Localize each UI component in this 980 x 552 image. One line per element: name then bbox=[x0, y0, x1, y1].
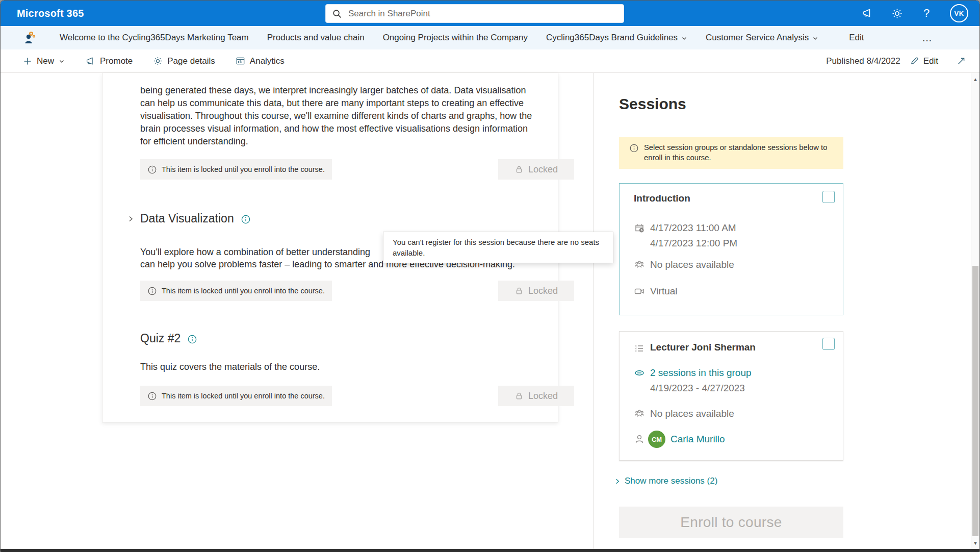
locked-note-chip: This item is locked until you enroll int… bbox=[140, 281, 332, 301]
search-icon bbox=[332, 9, 342, 19]
vertical-scrollbar[interactable]: ▲ ▼ bbox=[971, 73, 979, 549]
person-icon bbox=[634, 434, 645, 445]
chevron-down-icon bbox=[681, 35, 687, 41]
session-group-card[interactable]: Lecturer Joni Sherman 2 sessions in this… bbox=[619, 331, 843, 461]
nav-item-welcome[interactable]: Welcome to the Cycling365Days Marketing … bbox=[60, 33, 249, 43]
section-data-visualization: Data Visualization bbox=[125, 212, 251, 225]
session-checkbox[interactable] bbox=[822, 338, 835, 350]
session-places: No places available bbox=[650, 408, 734, 419]
info-icon[interactable] bbox=[241, 214, 251, 224]
app-title[interactable]: Microsoft 365 bbox=[17, 8, 84, 19]
session-group-title: Lecturer Joni Sherman bbox=[650, 342, 756, 353]
suite-bar: Microsoft 365 ? VK bbox=[1, 1, 979, 26]
info-icon bbox=[147, 391, 157, 401]
locked-row: This item is locked until you enroll int… bbox=[140, 159, 537, 180]
nav-item-brand-guidelines[interactable]: Cycling365Days Brand Guidelines bbox=[546, 33, 687, 43]
search-box[interactable] bbox=[325, 4, 624, 23]
lecturer-link[interactable]: Carla Murillo bbox=[670, 434, 725, 445]
locked-note-chip: This item is locked until you enroll int… bbox=[140, 386, 332, 406]
site-logo-icon[interactable] bbox=[22, 30, 37, 45]
nav-item-customer-service[interactable]: Customer Service Analysis bbox=[706, 33, 818, 43]
lock-icon bbox=[514, 165, 524, 174]
chevron-right-icon[interactable] bbox=[125, 215, 136, 222]
info-icon bbox=[147, 165, 157, 174]
command-bar: New Promote Page details bbox=[1, 49, 979, 73]
analytics-button[interactable]: Analytics bbox=[236, 56, 285, 66]
sessions-panel: Sessions Select session groups or standa… bbox=[593, 73, 979, 549]
page-details-button[interactable]: Page details bbox=[153, 56, 215, 66]
session-title: Introduction bbox=[634, 193, 690, 204]
locked-button[interactable]: Locked bbox=[498, 159, 574, 180]
bar-chart-icon bbox=[236, 56, 245, 66]
info-icon bbox=[147, 286, 157, 296]
info-icon[interactable] bbox=[187, 334, 197, 344]
promote-button[interactable]: Promote bbox=[85, 56, 133, 66]
no-seats-tooltip: You can't register for this session beca… bbox=[383, 232, 613, 263]
session-places: No places available bbox=[650, 259, 734, 270]
gear-icon bbox=[153, 56, 163, 66]
section-title: Quiz #2 bbox=[140, 332, 180, 345]
section-quiz-2: Quiz #2 bbox=[125, 332, 197, 345]
enroll-to-course-button[interactable]: Enroll to course bbox=[619, 507, 843, 538]
session-location: Virtual bbox=[650, 286, 678, 297]
sessions-info-banner: Select session groups or standalone sess… bbox=[619, 137, 843, 169]
chevron-down-icon bbox=[812, 35, 818, 41]
chevron-right-icon bbox=[614, 478, 621, 485]
site-nav-bar: Welcome to the Cycling365Days Marketing … bbox=[1, 26, 979, 49]
new-button[interactable]: New bbox=[23, 56, 65, 66]
section-title: Data Visualization bbox=[140, 212, 234, 225]
session-checkbox[interactable] bbox=[822, 191, 835, 203]
lock-icon bbox=[514, 391, 524, 400]
help-icon[interactable]: ? bbox=[920, 7, 933, 19]
course-description: being generated these days, we interpret… bbox=[140, 84, 540, 148]
nav-more-button[interactable]: … bbox=[922, 32, 933, 44]
scroll-down-arrow[interactable]: ▼ bbox=[971, 539, 979, 547]
people-icon bbox=[634, 408, 645, 419]
session-date-range: 4/19/2023 - 4/27/2023 bbox=[650, 383, 745, 394]
expand-icon[interactable] bbox=[956, 56, 965, 66]
scroll-up-arrow[interactable]: ▲ bbox=[971, 75, 979, 83]
locked-button[interactable]: Locked bbox=[498, 281, 574, 301]
session-start: 4/17/2023 11:00 AM bbox=[650, 220, 737, 236]
session-end: 4/17/2023 12:00 PM bbox=[650, 236, 737, 251]
settings-gear-icon[interactable] bbox=[891, 7, 903, 19]
link-icon bbox=[634, 367, 645, 379]
locked-row: This item is locked until you enroll int… bbox=[140, 386, 537, 406]
account-avatar[interactable]: VK bbox=[950, 4, 968, 22]
locked-note-chip: This item is locked until you enroll int… bbox=[140, 159, 332, 180]
nav-item-projects[interactable]: Ongoing Projects within the Company bbox=[383, 33, 528, 43]
nav-edit-link[interactable]: Edit bbox=[849, 33, 864, 43]
session-card-introduction[interactable]: Introduction 4/17/2023 11:00 AM 4/17/202… bbox=[619, 183, 843, 315]
sessions-title: Sessions bbox=[619, 95, 686, 113]
chevron-down-icon bbox=[59, 58, 65, 64]
people-icon bbox=[634, 259, 645, 270]
lecturer-avatar: CM bbox=[648, 431, 665, 448]
info-icon bbox=[629, 143, 639, 163]
video-camera-icon bbox=[634, 286, 645, 297]
megaphone-icon bbox=[85, 56, 95, 66]
session-group-icon bbox=[634, 343, 645, 354]
lock-icon bbox=[514, 286, 524, 295]
calendar-clock-icon bbox=[634, 222, 645, 234]
browser-window: Microsoft 365 ? VK bbox=[0, 0, 980, 552]
sessions-in-group-link[interactable]: 2 sessions in this group bbox=[650, 367, 752, 379]
pencil-icon bbox=[910, 56, 919, 66]
search-input[interactable] bbox=[347, 8, 617, 19]
edit-page-button[interactable]: Edit bbox=[910, 56, 938, 66]
page-content: being generated these days, we interpret… bbox=[1, 73, 979, 549]
locked-button[interactable]: Locked bbox=[498, 386, 574, 406]
published-status: Published 8/4/2022 bbox=[826, 56, 900, 66]
megaphone-icon[interactable] bbox=[861, 7, 873, 19]
plus-icon bbox=[23, 57, 32, 66]
nav-item-products[interactable]: Products and value chain bbox=[267, 33, 365, 43]
quiz-description: This quiz covers the materials of the co… bbox=[140, 361, 320, 373]
locked-row: This item is locked until you enroll int… bbox=[140, 281, 537, 301]
scrollbar-thumb[interactable] bbox=[972, 266, 978, 536]
show-more-sessions-link[interactable]: Show more sessions (2) bbox=[614, 476, 717, 486]
